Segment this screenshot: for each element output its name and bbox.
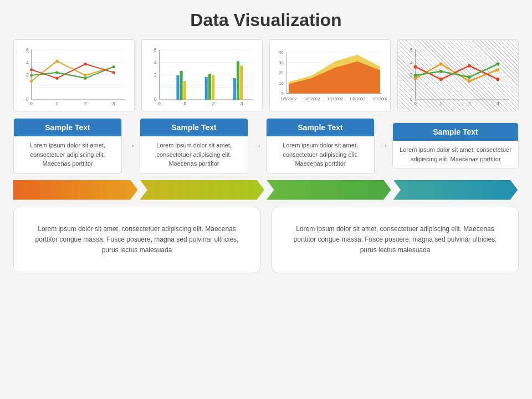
svg-text:1/6/2002: 1/6/2002	[304, 96, 320, 101]
svg-text:0: 0	[183, 101, 186, 106]
text-boxes-row: Lorem ipsum dolor sit amet, consectetuer…	[13, 207, 519, 273]
svg-text:3: 3	[112, 101, 115, 106]
svg-text:0: 0	[414, 101, 417, 106]
text-box-2: Lorem ipsum dolor sit amet, consectetuer…	[272, 207, 519, 273]
svg-text:0: 0	[154, 97, 157, 102]
svg-rect-49	[237, 61, 239, 100]
svg-text:6: 6	[154, 48, 157, 53]
svg-point-17	[84, 74, 86, 76]
svg-point-89	[439, 70, 443, 73]
card-with-arrow-3: Sample Text Lorem ipsum dolor sit amet, …	[266, 118, 392, 173]
svg-point-90	[468, 75, 471, 79]
svg-text:0: 0	[410, 97, 413, 102]
svg-text:4: 4	[154, 60, 157, 65]
card-with-arrow-1: Sample Text Lorem ipsum dolor sit amet, …	[13, 118, 140, 173]
svg-rect-50	[240, 66, 243, 100]
svg-text:3: 3	[497, 101, 499, 106]
svg-point-87	[496, 78, 499, 81]
svg-rect-42	[176, 75, 179, 100]
svg-rect-47	[212, 75, 214, 100]
svg-text:10: 10	[279, 81, 283, 86]
svg-text:6: 6	[410, 48, 413, 53]
card-body-4: Lorem ipsum dolor sit amet, consectetuer…	[393, 141, 518, 168]
svg-text:3: 3	[241, 101, 243, 106]
chart-line-1: 6 4 2 0 0 1 2 3	[13, 39, 135, 111]
svg-point-91	[496, 62, 499, 65]
svg-text:0: 0	[26, 97, 29, 102]
area-chart-svg: 40 30 20 10 0 1/5/2002 1/6/2002 1/7/2002…	[273, 43, 387, 108]
arrow-connector-1: →	[122, 139, 140, 152]
svg-point-19	[30, 68, 33, 71]
arrow-connector-3: →	[375, 139, 392, 152]
card-with-arrow-2: Sample Text Lorem ipsum dolor sit amet, …	[140, 118, 266, 173]
svg-text:2: 2	[26, 73, 29, 78]
svg-text:1/8/2002: 1/8/2002	[349, 96, 365, 101]
card-box-1: Sample Text Lorem ipsum dolor sit amet, …	[13, 118, 122, 173]
svg-point-20	[55, 77, 58, 80]
page-container: Data Visualization 6 4 2 0 0	[0, 0, 532, 399]
svg-point-25	[84, 77, 86, 80]
svg-text:2: 2	[154, 73, 157, 78]
charts-row: 6 4 2 0 0 1 2 3	[13, 39, 519, 111]
svg-point-26	[112, 65, 115, 68]
svg-point-15	[30, 80, 33, 83]
card-body-3: Lorem ipsum dolor sit amet, consectetuer…	[267, 136, 374, 173]
svg-text:1: 1	[439, 101, 442, 106]
card-header-1: Sample Text	[14, 119, 121, 136]
chart-line-2: 6 4 2 0 0 1 2 3	[397, 39, 519, 111]
svg-text:4: 4	[26, 60, 29, 65]
cards-row: Sample Text Lorem ipsum dolor sit amet, …	[13, 118, 519, 173]
svg-rect-43	[180, 71, 183, 100]
arrow-banner-3	[267, 180, 391, 200]
svg-text:30: 30	[279, 60, 283, 65]
svg-point-81	[439, 62, 443, 65]
svg-text:6: 6	[26, 48, 29, 53]
arrow-banner-4	[393, 180, 518, 200]
svg-point-82	[468, 79, 471, 83]
svg-text:0: 0	[30, 101, 33, 106]
chart-bar-1: 6 4 2 0 0 0 2 3	[141, 39, 263, 111]
svg-rect-48	[233, 78, 236, 100]
card-box-2: Sample Text Lorem ipsum dolor sit amet, …	[140, 118, 248, 173]
svg-point-21	[84, 63, 86, 65]
svg-text:1/7/2002: 1/7/2002	[327, 96, 343, 101]
bar-chart-svg: 6 4 2 0 0 0 2 3	[145, 43, 259, 108]
card-with-arrow-4: Sample Text Lorem ipsum dolor sit amet, …	[392, 118, 519, 173]
svg-text:2: 2	[410, 73, 413, 78]
svg-point-84	[414, 65, 417, 69]
svg-rect-45	[205, 77, 208, 100]
card-body-2: Lorem ipsum dolor sit amet, consectetuer…	[140, 136, 248, 173]
svg-text:1/9/2002: 1/9/2002	[372, 96, 387, 101]
line-chart-svg: 6 4 2 0 0 1 2 3	[17, 43, 131, 108]
card-header-4: Sample Text	[393, 123, 518, 141]
svg-point-23	[30, 74, 33, 76]
card-header-3: Sample Text	[267, 119, 374, 136]
line-chart-2-svg: 6 4 2 0 0 1 2 3	[401, 43, 515, 108]
arrow-banner-1	[13, 180, 138, 200]
page-title: Data Visualization	[13, 10, 519, 30]
arrow-banner-2	[140, 180, 265, 200]
svg-text:2: 2	[212, 101, 215, 106]
arrows-row	[13, 180, 519, 200]
svg-text:0: 0	[281, 91, 283, 96]
card-body-1: Lorem ipsum dolor sit amet, consectetuer…	[14, 136, 121, 173]
svg-text:1: 1	[55, 101, 58, 106]
svg-text:20: 20	[279, 70, 283, 75]
card-box-3: Sample Text Lorem ipsum dolor sit amet, …	[266, 118, 375, 173]
svg-rect-46	[208, 74, 211, 100]
svg-point-83	[496, 68, 499, 71]
svg-rect-44	[183, 81, 186, 100]
svg-text:2: 2	[468, 101, 471, 106]
svg-text:1/5/2002: 1/5/2002	[280, 96, 296, 101]
card-header-2: Sample Text	[140, 119, 248, 136]
card-box-4: Sample Text Lorem ipsum dolor sit amet, …	[392, 122, 519, 168]
svg-text:2: 2	[84, 101, 87, 106]
arrow-connector-2: →	[248, 139, 266, 152]
svg-point-24	[55, 71, 58, 74]
svg-point-88	[414, 74, 417, 77]
svg-point-85	[439, 78, 443, 81]
svg-point-86	[468, 64, 471, 68]
svg-point-16	[55, 60, 58, 63]
svg-point-22	[112, 71, 115, 74]
chart-area-1: 40 30 20 10 0 1/5/2002 1/6/2002 1/7/2002…	[269, 39, 391, 111]
